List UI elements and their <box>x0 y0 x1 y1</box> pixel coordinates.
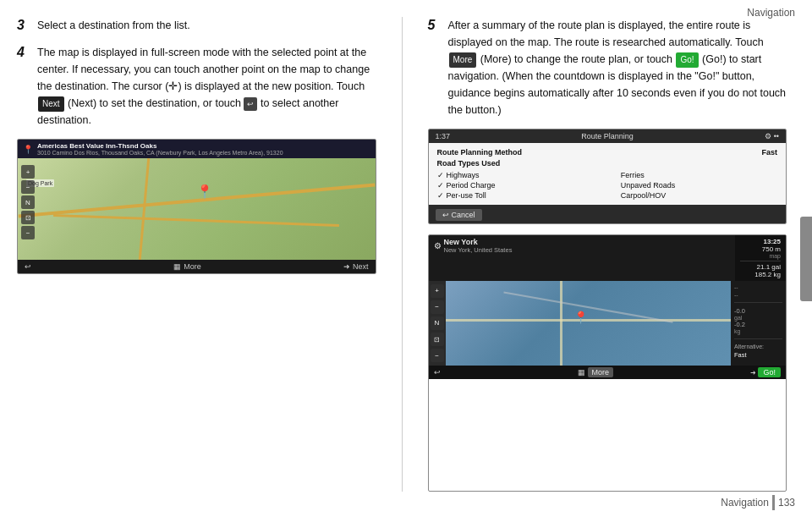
map-left: 📍 Americas Best Value Inn-Thsnd Oaks 301… <box>17 139 376 274</box>
back-footer-btn[interactable]: ↩ <box>25 262 31 271</box>
back-badge: ↩ <box>244 97 257 111</box>
map-hotel-address: 3010 Camino Dos Rios, Thousand Oaks, CA … <box>37 150 283 156</box>
cursor-symbol: ✛ <box>168 80 178 92</box>
map-hotel-name: Americas Best Value Inn-Thsnd Oaks <box>37 142 283 150</box>
minus2-btn[interactable]: − <box>21 226 35 239</box>
map-footer-bar: ↩ ▦ More ➜ Next <box>18 260 376 273</box>
ns-divider1 <box>734 302 782 303</box>
step-3-number: 3 <box>17 17 32 33</box>
route-planning-box: 1:37 Route Planning ⚙ •• Route Planning … <box>428 129 787 224</box>
road-h2 <box>53 214 339 227</box>
go-badge: Go! <box>676 52 698 68</box>
sidebar-tab <box>800 217 812 301</box>
map-header-bar: 📍 Americas Best Value Inn-Thsnd Oaks 301… <box>18 140 376 158</box>
ns-right-time: -- <box>734 284 782 290</box>
more-footer-label: More <box>184 262 201 271</box>
check-carpool: ✓Carpool/HOV <box>612 191 777 200</box>
column-divider <box>402 17 403 492</box>
rp-body: Route Planning Method Fast Road Types Us… <box>429 143 787 205</box>
rp-header: 1:37 Route Planning ⚙ •• <box>429 129 787 143</box>
ns-north[interactable]: N <box>431 316 444 330</box>
rp-footer: ↩ Cancel <box>429 205 787 223</box>
main-content: 3 Select a destination from the list. 4 … <box>17 17 787 492</box>
ns-left-controls: + − N ⊡ − <box>429 281 446 366</box>
map-body: Dog Park 📍 + − N ⊡ − <box>18 158 376 260</box>
page-footer: Navigation 133 <box>721 495 795 510</box>
rp-road-types: Road Types Used <box>437 159 778 168</box>
ns-more-label: More <box>588 367 614 377</box>
ns-right-dist: -- <box>734 292 782 298</box>
road-v1 <box>139 158 150 260</box>
ns-back-btn[interactable]: ↩ <box>434 368 441 377</box>
ns-zoom-out[interactable]: − <box>431 300 444 314</box>
ns-country: New York, United States <box>444 246 513 254</box>
ns-location: ⚙ New York New York, United States <box>429 235 736 281</box>
ns-alt-label: Alternative: <box>734 344 782 349</box>
next-footer-btn[interactable]: ➜ Next <box>343 262 369 271</box>
left-column: 3 Select a destination from the list. 4 … <box>17 17 376 492</box>
ns-fuel1: 21.1 gal <box>740 263 781 271</box>
ns-kg-unit: kg <box>734 328 782 334</box>
ns-zoom3[interactable]: − <box>431 349 444 362</box>
ns-loc-text: New York New York, United States <box>444 238 513 254</box>
step-5: 5 After a summary of the route plan is d… <box>428 17 787 118</box>
step-3-text: Select a destination from the list. <box>37 17 190 34</box>
ns-tilt[interactable]: ⊡ <box>431 333 444 346</box>
footer-text: Navigation <box>721 497 769 509</box>
step-4: 4 The map is displayed in full-screen mo… <box>17 44 376 129</box>
check-ferries: ✓Ferries <box>612 171 777 179</box>
ns-road-v <box>560 281 562 366</box>
ns-more-btn[interactable]: ▦ More <box>578 367 614 377</box>
map-header-info: Americas Best Value Inn-Thsnd Oaks 3010 … <box>37 142 283 156</box>
step-3: 3 Select a destination from the list. <box>17 17 376 34</box>
ns-map-icon: ▦ <box>578 368 585 377</box>
rp-method-value: Fast <box>761 148 777 157</box>
ns-loc-row: ⚙ New York New York, United States <box>434 238 731 254</box>
ns-alt-value: Fast <box>734 351 782 359</box>
next-footer-label: Next <box>353 262 369 271</box>
check-per-use-toll: ✓Per-use Toll <box>437 191 603 200</box>
rp-title: Route Planning <box>581 132 634 140</box>
ns-co2-1: -0.0 <box>734 307 782 315</box>
step-4-number: 4 <box>17 44 32 60</box>
ns-stats: 13:25 750 m map 21.1 gal 185.2 kg <box>735 235 786 281</box>
rp-method-label: Route Planning Method <box>437 148 523 157</box>
ns-distance: 750 m <box>740 245 781 253</box>
step-5-text: After a summary of the route plan is dis… <box>448 17 787 118</box>
ns-right-panel: -- -- -0.0 gal -0.2 kg Alternative: Fast <box>731 281 786 366</box>
ns-zoom-in[interactable]: + <box>431 284 444 298</box>
tilt-btn[interactable]: ⊡ <box>21 211 35 224</box>
north-btn[interactable]: N <box>21 195 35 209</box>
ns-arrow-icon: ➜ <box>750 369 756 377</box>
zoom-out-btn[interactable]: − <box>21 180 35 194</box>
check-unpaved: ✓Unpaved Roads <box>612 181 777 190</box>
right-column: 5 After a summary of the route plan is d… <box>428 17 787 492</box>
zoom-in-btn[interactable]: + <box>21 165 35 179</box>
map-controls-left: + − N ⊡ − <box>21 165 35 239</box>
ns-map-area: 📍 <box>446 281 732 366</box>
map-icon-footer: ▦ <box>173 262 181 271</box>
footer-page: 133 <box>778 497 795 509</box>
ns-go-btn[interactable]: ➜ Go! <box>750 368 781 377</box>
back-footer-icon: ↩ <box>25 262 31 271</box>
ns-co2-row: -0.0 gal -0.2 kg <box>734 307 782 334</box>
ns-fuel2: 185.2 kg <box>740 271 781 278</box>
more-badge: More <box>449 52 477 68</box>
ns-dist-label: map <box>740 253 781 259</box>
ns-go-label: Go! <box>758 367 781 377</box>
footer-bar <box>772 495 775 510</box>
rp-time: 1:37 <box>436 132 451 140</box>
ns-city: New York <box>444 238 513 246</box>
cancel-button[interactable]: ↩ Cancel <box>436 209 482 221</box>
rp-method-row: Route Planning Method Fast <box>437 148 778 157</box>
ns-top-bar: ⚙ New York New York, United States 13:25… <box>429 235 787 281</box>
location-flag-icon: ⚙ <box>434 241 442 250</box>
ns-gal-unit: gal <box>734 315 782 321</box>
ns-divider2 <box>734 338 782 339</box>
nav-summary-box: ⚙ New York New York, United States 13:25… <box>428 234 787 492</box>
cancel-label: Cancel <box>452 211 475 219</box>
check-period-charge: ✓Period Charge <box>437 181 603 190</box>
more-footer-btn[interactable]: ▦ More <box>173 262 201 271</box>
location-icon: 📍 <box>23 145 33 154</box>
ns-body: + − N ⊡ − 📍 -- -- <box>429 281 787 366</box>
